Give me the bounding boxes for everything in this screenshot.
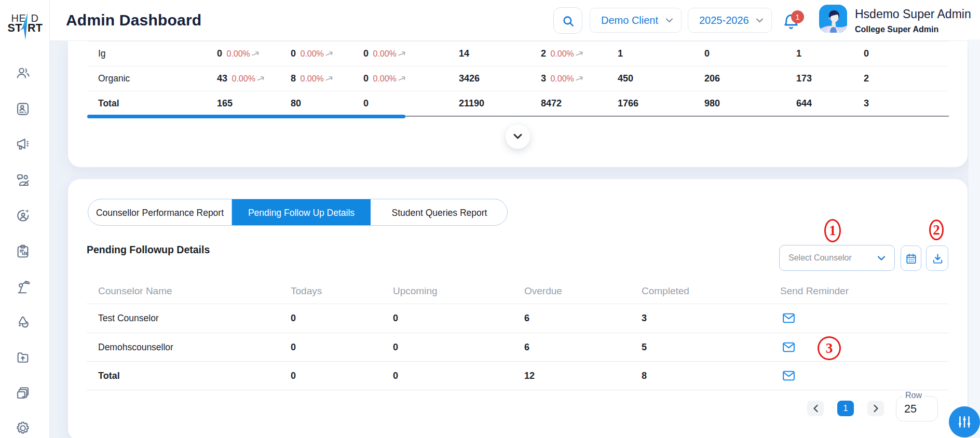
svg-text:ST: ST xyxy=(8,22,22,34)
svg-text:RT: RT xyxy=(28,22,43,34)
